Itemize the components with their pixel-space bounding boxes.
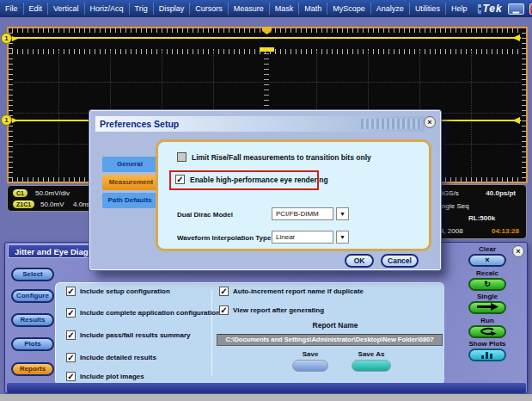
option-include-complete-config[interactable]: Include complete application configurati… bbox=[66, 308, 220, 318]
arrow-down-icon: ▾ bbox=[478, 5, 481, 13]
resolution: 40.0ps/pt bbox=[486, 189, 516, 197]
run-button[interactable] bbox=[468, 325, 506, 338]
interpolation-select[interactable]: Linear bbox=[272, 231, 333, 244]
report-path-field[interactable]: C:\Documents and Settings\Administrator\… bbox=[217, 334, 443, 346]
checkbox-unchecked[interactable] bbox=[177, 152, 187, 162]
clear-x-icon: × bbox=[485, 256, 489, 264]
option-include-passfail[interactable]: Include pass/fail results summary bbox=[66, 330, 191, 340]
ok-button[interactable]: OK bbox=[345, 254, 374, 268]
interpolation-dropdown-button[interactable]: ▼ bbox=[336, 231, 349, 244]
menu-vertical[interactable]: Vertical bbox=[48, 3, 85, 15]
menu-trig[interactable]: Trig bbox=[130, 3, 154, 15]
report-name-label: Report Name bbox=[228, 321, 443, 330]
channel1-zoom-marker[interactable]: 1 bbox=[1, 114, 12, 126]
nav-configure-button[interactable]: Configure bbox=[11, 289, 54, 303]
dual-dirac-label: Dual Dirac Model bbox=[177, 211, 233, 219]
nav-select-button[interactable]: Select bbox=[11, 268, 54, 281]
loop-arrow-icon bbox=[478, 327, 497, 336]
recalc-button[interactable]: ↻ bbox=[468, 278, 506, 291]
reports-panel: Include setup configuration Include comp… bbox=[55, 282, 444, 386]
checkbox-checked[interactable] bbox=[66, 287, 76, 296]
tab-measurement[interactable]: Measurement bbox=[102, 175, 160, 190]
nav-results-button[interactable]: Results bbox=[11, 313, 54, 327]
record-length: RL:500k bbox=[468, 214, 495, 222]
zoom1-timebase: 4.0ns bbox=[73, 200, 90, 208]
save-label: Save bbox=[284, 350, 336, 358]
jitter-window-bottom-bar bbox=[7, 383, 526, 392]
menu-analyze[interactable]: Analyze bbox=[371, 3, 410, 15]
recalc-label: Recalc bbox=[455, 269, 520, 277]
dialog-title-bar[interactable]: Preferences Setup bbox=[95, 116, 425, 132]
single-label: Single bbox=[455, 293, 520, 300]
graticule-right-ticks bbox=[522, 32, 526, 178]
option-include-setup[interactable]: Include setup configuration bbox=[66, 287, 170, 296]
measurement-tab-content: Limit Rise/Fall measurements to transiti… bbox=[156, 139, 431, 251]
menu-measure[interactable]: Measure bbox=[229, 3, 270, 15]
ch1-scale: 50.0mV/div bbox=[35, 189, 70, 197]
refresh-arrow-icon: ↻ bbox=[484, 280, 491, 288]
ch1-badge: C1 bbox=[13, 189, 28, 197]
dialog-close-button[interactable]: × bbox=[424, 116, 436, 128]
trace-end-arrow-icon bbox=[512, 34, 520, 41]
single-button[interactable] bbox=[468, 301, 506, 314]
channel1-marker[interactable]: 1 bbox=[1, 33, 12, 44]
graticule-center-ruler bbox=[264, 51, 269, 116]
save-as-label: Save As bbox=[345, 350, 397, 358]
checkbox-checked[interactable] bbox=[66, 353, 76, 362]
show-plots-label: Show Plots bbox=[455, 340, 520, 348]
nav-reports-button[interactable]: Reports bbox=[11, 362, 54, 376]
chevron-down-icon: ▼ bbox=[339, 211, 345, 217]
preferences-setup-dialog: Preferences Setup × General Measurement … bbox=[89, 110, 441, 270]
panel-divider bbox=[211, 290, 212, 376]
menu-bar: File Edit Vertical Horiz/Acq Trig Displa… bbox=[0, 0, 532, 17]
menu-file[interactable]: File bbox=[0, 3, 24, 15]
cancel-button[interactable]: Cancel bbox=[381, 254, 419, 268]
tek-logo: Tek bbox=[482, 3, 502, 15]
checkbox-checked[interactable] bbox=[66, 330, 76, 340]
clear-label: Clear bbox=[455, 245, 520, 253]
option-auto-increment[interactable]: Auto-increment report name if duplicate bbox=[219, 287, 364, 296]
chevron-down-icon: ▼ bbox=[339, 234, 345, 240]
minimize-button[interactable]: ▁ bbox=[508, 3, 524, 15]
tab-general[interactable]: General bbox=[102, 157, 157, 172]
option-view-report[interactable]: View report after generating bbox=[219, 305, 324, 315]
option-include-plot-images[interactable]: Include plot images bbox=[66, 372, 144, 381]
zoom1-scale: 50.0mV bbox=[40, 200, 64, 208]
menu-utilities[interactable]: Utilities bbox=[410, 3, 446, 15]
close-icon: × bbox=[427, 118, 431, 126]
save-button[interactable] bbox=[292, 360, 328, 372]
highlight-annotation bbox=[169, 170, 319, 190]
right-arrow-icon bbox=[476, 303, 498, 311]
menu-help[interactable]: Help bbox=[446, 3, 473, 15]
titlebar-texture bbox=[361, 119, 421, 129]
minimize-icon: ▁ bbox=[513, 4, 519, 13]
dual-dirac-dropdown-button[interactable]: ▼ bbox=[336, 207, 349, 220]
interpolation-label: Waveform Interpolation Type bbox=[177, 234, 271, 242]
menu-display[interactable]: Display bbox=[154, 3, 191, 15]
tab-path-defaults[interactable]: Path Defaults bbox=[102, 193, 157, 208]
dual-dirac-select[interactable]: PCI/FB-DIMM bbox=[272, 207, 333, 220]
menu-mask[interactable]: Mask bbox=[270, 3, 300, 15]
save-as-button[interactable] bbox=[352, 360, 391, 372]
close-app-button[interactable]: ✕ bbox=[529, 3, 532, 15]
menu-cursors[interactable]: Cursors bbox=[190, 3, 229, 15]
time-readout: 04:13:28 bbox=[492, 227, 519, 235]
menu-edit[interactable]: Edit bbox=[24, 3, 49, 15]
show-plots-button[interactable] bbox=[468, 349, 506, 361]
waveform-trace-ch1-overview[interactable] bbox=[10, 37, 521, 39]
desktop-strip bbox=[0, 394, 532, 401]
oscilloscope-screen: File Edit Vertical Horiz/Acq Trig Displa… bbox=[0, 0, 532, 401]
checkbox-checked[interactable] bbox=[219, 287, 229, 296]
menu-horiz-acq[interactable]: Horiz/Acq bbox=[85, 3, 130, 15]
nav-plots-button[interactable]: Plots bbox=[11, 337, 54, 351]
clear-button[interactable]: × bbox=[468, 254, 506, 267]
option-include-detailed[interactable]: Include detailed results bbox=[66, 353, 156, 362]
checkbox-checked[interactable] bbox=[66, 372, 76, 381]
checkbox-checked[interactable] bbox=[66, 308, 76, 318]
run-label: Run bbox=[455, 317, 520, 324]
checkbox-checked[interactable] bbox=[219, 305, 229, 315]
menu-myscope[interactable]: MyScope bbox=[327, 3, 371, 15]
option-limit-risefall[interactable]: Limit Rise/Fall measurements to transiti… bbox=[177, 152, 371, 162]
menu-math[interactable]: Math bbox=[299, 3, 327, 15]
zoom-position-indicator[interactable] bbox=[260, 47, 274, 52]
